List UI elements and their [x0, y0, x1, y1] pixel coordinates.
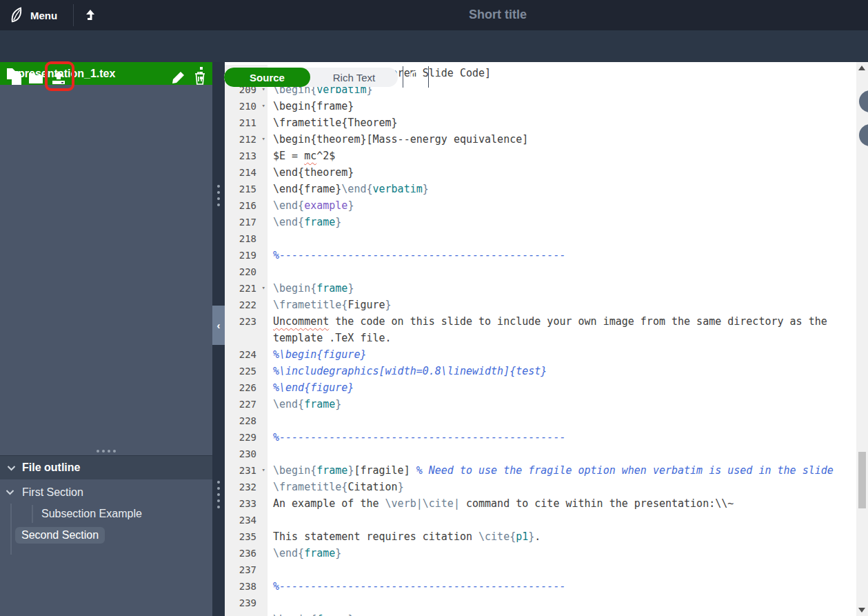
code-line[interactable]: 224%\begin{figure} — [225, 346, 868, 363]
line-number[interactable]: 239 — [225, 595, 268, 611]
file-tree-panel: presentation_1.tex File outline First Se… — [0, 62, 212, 616]
code-line[interactable]: 232\frametitle{Citation} — [225, 479, 868, 495]
outline-indent-guide — [32, 505, 33, 523]
line-number[interactable]: 233 — [225, 495, 268, 512]
outline-item-label: Subsection Example — [41, 508, 142, 520]
code-line[interactable]: 211\frametitle{Theorem} — [225, 115, 868, 131]
file-outline-header[interactable]: File outline — [0, 455, 212, 479]
code-line[interactable]: 230 — [225, 446, 868, 462]
line-number[interactable]: 222 — [225, 297, 268, 313]
code-line[interactable]: 237 — [225, 562, 868, 578]
line-number[interactable]: 238 — [225, 578, 268, 595]
scrollbar-up-arrow-icon[interactable] — [858, 66, 865, 70]
new-file-button[interactable] — [8, 70, 25, 86]
line-number[interactable]: 215 — [225, 181, 268, 197]
line-number[interactable]: 236 — [225, 545, 268, 562]
rename-button[interactable] — [170, 70, 186, 86]
source-tab[interactable]: Source — [224, 68, 310, 87]
rich-text-tab[interactable]: Rich Text — [310, 68, 398, 87]
code-line[interactable]: 210▾\begin{frame} — [225, 98, 868, 115]
code-line[interactable]: 228 — [225, 413, 868, 429]
code-line[interactable]: 234 — [225, 512, 868, 528]
line-number[interactable]: 229 — [225, 429, 268, 446]
code-line[interactable]: 213$E = mc^2$ — [225, 148, 868, 164]
line-number[interactable]: 234 — [225, 512, 268, 528]
outline-item[interactable]: First Section — [0, 481, 212, 503]
line-number[interactable]: 213 — [225, 148, 268, 164]
code-line[interactable]: 212▾\begin{theorem}[Mass--energy equival… — [225, 131, 868, 148]
new-folder-button[interactable] — [28, 70, 44, 86]
line-number[interactable]: 212▾ — [225, 131, 268, 148]
editor-toolbar: Source Rich Text Ω — [0, 30, 868, 62]
line-number[interactable]: 219 — [225, 247, 268, 264]
code-line[interactable]: 222\frametitle{Figure} — [225, 297, 868, 313]
collapse-sidebar-button[interactable]: ‹ — [212, 306, 225, 345]
code-line[interactable]: 238%------------------------------------… — [225, 578, 868, 595]
overleaf-logo-icon — [8, 6, 25, 24]
line-number[interactable]: 235 — [225, 528, 268, 545]
fold-arrow-icon[interactable]: ▾ — [262, 466, 265, 473]
line-number[interactable]: 226 — [225, 379, 268, 396]
code-line[interactable]: 231▾\begin{frame}[fragile] % Need to use… — [225, 462, 868, 479]
line-number[interactable]: 221▾ — [225, 280, 268, 297]
chevron-down-icon[interactable] — [6, 489, 17, 495]
line-number[interactable]: 224 — [225, 346, 268, 363]
line-number[interactable]: 228 — [225, 413, 268, 429]
code-line[interactable]: 233An example of the \verb|\cite| comman… — [225, 495, 868, 512]
line-number[interactable]: 227 — [225, 396, 268, 413]
code-line[interactable]: 229%------------------------------------… — [225, 429, 868, 446]
code-line[interactable]: 227\end{frame} — [225, 396, 868, 413]
fold-arrow-icon[interactable]: ▾ — [262, 102, 265, 109]
code-line[interactable]: 236\end{frame} — [225, 545, 868, 562]
symbol-palette-button[interactable]: Ω — [405, 68, 425, 83]
new-folder-icon — [28, 71, 43, 85]
code-line[interactable]: 216\end{example} — [225, 197, 868, 214]
line-number[interactable]: 220 — [225, 264, 268, 280]
drag-dots-handle[interactable] — [212, 481, 225, 508]
pane-divider[interactable]: ‹ — [212, 62, 225, 616]
line-number[interactable]: 211 — [225, 115, 268, 131]
line-number[interactable]: 237 — [225, 562, 268, 578]
code-line[interactable]: 235This statement requires citation \cit… — [225, 528, 868, 545]
line-number[interactable]: 230 — [225, 446, 268, 462]
code-line[interactable]: 218 — [225, 230, 868, 247]
code-line[interactable]: 226%\end{figure} — [225, 379, 868, 396]
line-number[interactable]: 218 — [225, 230, 268, 247]
line-number[interactable]: 225 — [225, 363, 268, 379]
menu-label: Menu — [30, 10, 57, 21]
code-line[interactable]: 215\end{frame}\end{verbatim} — [225, 181, 868, 197]
code-line[interactable]: 225%\includegraphics[width=0.8\linewidth… — [225, 363, 868, 379]
code-line[interactable]: 240▾\begin{frame} — [225, 611, 868, 616]
back-to-project-button[interactable] — [82, 7, 99, 23]
line-number[interactable]: 210▾ — [225, 98, 268, 115]
project-title: Short title — [469, 8, 527, 22]
scrollbar-thumb[interactable] — [858, 452, 866, 508]
code-line[interactable]: 219%------------------------------------… — [225, 247, 868, 264]
line-number[interactable]: 216 — [225, 197, 268, 214]
line-number[interactable]: 240▾ — [225, 611, 268, 616]
delete-button[interactable] — [192, 70, 208, 86]
line-number[interactable]: 214 — [225, 164, 268, 181]
source-editor[interactable]: 208▾\begin{example}[Theorem Slide Code]2… — [225, 62, 868, 616]
drag-dots-handle[interactable] — [212, 185, 225, 206]
code-line[interactable]: 220 — [225, 264, 868, 280]
code-line[interactable]: 221▾\begin{frame} — [225, 280, 868, 297]
line-number[interactable]: 223 — [225, 313, 268, 346]
outline-item-label: First Section — [22, 486, 83, 499]
menu-button[interactable]: Menu — [8, 5, 57, 26]
outline-item-label: Second Section — [15, 527, 105, 544]
pencil-icon — [170, 70, 185, 86]
line-number[interactable]: 232 — [225, 479, 268, 495]
code-line[interactable]: 217\end{frame} — [225, 214, 868, 230]
code-line[interactable]: 239 — [225, 595, 868, 611]
outline-item[interactable]: Second Section — [0, 524, 212, 546]
scrollbar-down-arrow-icon[interactable] — [858, 608, 865, 613]
upload-button[interactable] — [50, 70, 67, 86]
line-number[interactable]: 231▾ — [225, 462, 268, 479]
fold-arrow-icon[interactable]: ▾ — [262, 135, 265, 142]
code-line[interactable]: 214\end{theorem} — [225, 164, 868, 181]
code-line[interactable]: 223Uncomment the code on this slide to i… — [225, 313, 868, 346]
outline-resize-handle[interactable] — [0, 446, 212, 455]
fold-arrow-icon[interactable]: ▾ — [262, 284, 265, 291]
line-number[interactable]: 217 — [225, 214, 268, 230]
